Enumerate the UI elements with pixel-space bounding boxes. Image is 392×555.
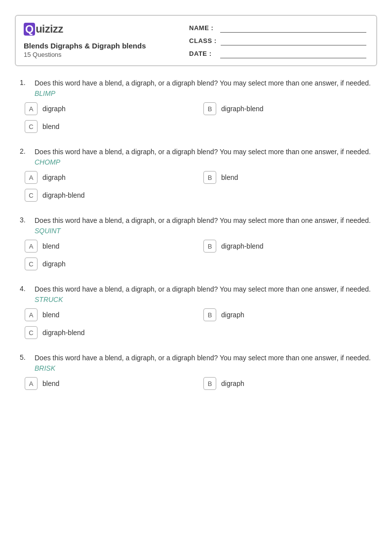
option-text-5-A: blend <box>42 380 59 387</box>
option-3-A[interactable]: A blend <box>25 240 194 253</box>
class-label: CLASS : <box>189 37 217 44</box>
question-text-4: Does this word have a blend, a digraph, … <box>35 284 371 295</box>
option-letter-5-A: A <box>25 377 38 390</box>
question-number-4: 4. <box>20 284 30 293</box>
option-5-B[interactable]: B digraph <box>203 377 372 390</box>
question-body-1: Does this word have a blend, a digraph, … <box>35 78 371 97</box>
option-text-1-C: blend <box>42 123 59 130</box>
question-word-2: CHOMP <box>35 158 371 166</box>
option-letter-5-B: B <box>203 377 216 390</box>
question-text-3: Does this word have a blend, a digraph, … <box>35 215 371 226</box>
question-5: 5. Does this word have a blend, a digrap… <box>20 353 372 390</box>
name-field-row: NAME : <box>189 23 366 33</box>
logo-q-icon: Q <box>24 23 35 36</box>
options-grid-2: A digraph B blend C digraph-blend <box>25 171 372 202</box>
option-letter-1-A: A <box>25 102 38 115</box>
logo-container: Quizizz <box>24 23 171 36</box>
question-number-2: 2. <box>20 147 30 155</box>
option-letter-4-A: A <box>25 308 38 321</box>
question-body-2: Does this word have a blend, a digraph, … <box>35 147 371 166</box>
date-label: DATE : <box>189 50 216 57</box>
option-text-2-B: blend <box>221 173 238 181</box>
option-letter-3-C: C <box>25 257 38 270</box>
option-text-1-A: digraph <box>42 105 66 113</box>
question-2: 2. Does this word have a blend, a digrap… <box>20 147 372 202</box>
header-box: Quizizz Blends Digraphs & Digraph blends… <box>15 15 377 66</box>
option-text-5-B: digraph <box>221 380 244 387</box>
question-number-1: 1. <box>20 78 30 86</box>
question-text-5: Does this word have a blend, a digraph, … <box>35 353 371 363</box>
option-text-3-B: digraph-blend <box>221 242 264 250</box>
name-label: NAME : <box>189 24 216 32</box>
question-header-1: 1. Does this word have a blend, a digrap… <box>20 78 372 97</box>
question-word-3: SQUINT <box>35 227 371 235</box>
option-text-4-A: blend <box>42 311 59 319</box>
option-letter-2-B: B <box>203 171 216 184</box>
option-1-B[interactable]: B digraph-blend <box>203 102 372 115</box>
questions-container: 1. Does this word have a blend, a digrap… <box>15 78 377 390</box>
name-input[interactable] <box>220 23 366 33</box>
option-text-3-C: digraph <box>42 260 66 268</box>
option-letter-2-C: C <box>25 189 38 202</box>
options-grid-3: A blend B digraph-blend C digraph <box>25 240 372 270</box>
question-body-5: Does this word have a blend, a digraph, … <box>35 353 371 372</box>
option-text-4-C: digraph-blend <box>42 329 85 337</box>
option-letter-1-C: C <box>25 120 38 133</box>
option-3-C[interactable]: C digraph <box>25 257 372 270</box>
question-body-4: Does this word have a blend, a digraph, … <box>35 284 371 303</box>
page: Quizizz Blends Digraphs & Digraph blends… <box>0 0 392 555</box>
option-4-B[interactable]: B digraph <box>203 308 372 321</box>
date-input[interactable] <box>220 48 366 58</box>
question-body-3: Does this word have a blend, a digraph, … <box>35 215 371 235</box>
question-header-3: 3. Does this word have a blend, a digrap… <box>20 215 372 235</box>
options-grid-1: A digraph B digraph-blend C blend <box>25 102 372 133</box>
question-3: 3. Does this word have a blend, a digrap… <box>20 215 372 270</box>
quiz-title: Blends Digraphs & Digraph blends <box>24 42 171 50</box>
option-letter-2-A: A <box>25 171 38 184</box>
question-header-5: 5. Does this word have a blend, a digrap… <box>20 353 372 372</box>
question-1: 1. Does this word have a blend, a digrap… <box>20 78 372 133</box>
option-1-A[interactable]: A digraph <box>25 102 194 115</box>
option-text-4-B: digraph <box>221 311 244 319</box>
class-input[interactable] <box>221 36 366 45</box>
option-4-A[interactable]: A blend <box>25 308 194 321</box>
header-right: NAME : CLASS : DATE : <box>179 16 376 65</box>
option-text-1-B: digraph-blend <box>221 105 264 113</box>
logo-text: uizizz <box>36 23 63 36</box>
options-grid-4: A blend B digraph C digraph-blend <box>25 308 372 339</box>
question-header-4: 4. Does this word have a blend, a digrap… <box>20 284 372 303</box>
option-letter-4-B: B <box>203 308 216 321</box>
option-2-A[interactable]: A digraph <box>25 171 194 184</box>
option-letter-4-C: C <box>25 326 38 339</box>
option-3-B[interactable]: B digraph-blend <box>203 240 372 253</box>
date-field-row: DATE : <box>189 48 366 58</box>
question-number-3: 3. <box>20 215 30 224</box>
option-text-3-A: blend <box>42 242 59 250</box>
option-2-B[interactable]: B blend <box>203 171 372 184</box>
quiz-subtitle: 15 Questions <box>24 51 171 58</box>
option-text-2-A: digraph <box>42 173 66 181</box>
question-word-5: BRISK <box>35 364 371 372</box>
question-header-2: 2. Does this word have a blend, a digrap… <box>20 147 372 166</box>
option-1-C[interactable]: C blend <box>25 120 372 133</box>
option-text-2-C: digraph-blend <box>42 191 85 199</box>
option-4-C[interactable]: C digraph-blend <box>25 326 372 339</box>
question-4: 4. Does this word have a blend, a digrap… <box>20 284 372 339</box>
class-field-row: CLASS : <box>189 36 366 45</box>
option-letter-3-B: B <box>203 240 216 253</box>
option-5-A[interactable]: A blend <box>25 377 194 390</box>
header-left: Quizizz Blends Digraphs & Digraph blends… <box>16 16 179 65</box>
question-number-5: 5. <box>20 353 30 361</box>
option-letter-3-A: A <box>25 240 38 253</box>
question-text-1: Does this word have a blend, a digraph, … <box>35 78 371 88</box>
question-text-2: Does this word have a blend, a digraph, … <box>35 147 371 157</box>
option-2-C[interactable]: C digraph-blend <box>25 189 372 202</box>
option-letter-1-B: B <box>203 102 216 115</box>
options-grid-5: A blend B digraph <box>25 377 372 390</box>
question-word-4: STRUCK <box>35 296 371 303</box>
question-word-1: BLIMP <box>35 89 371 97</box>
